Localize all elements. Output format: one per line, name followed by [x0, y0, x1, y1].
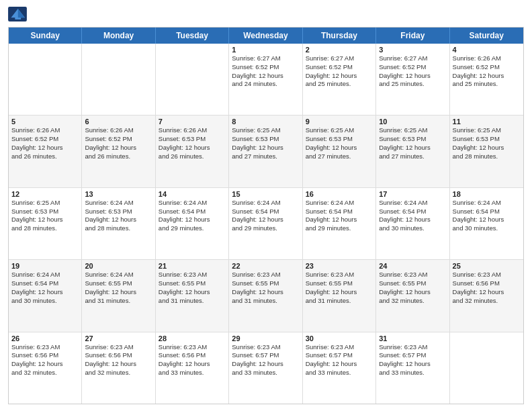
cell-date-number: 16 — [306, 190, 373, 198]
cell-date-number: 23 — [306, 262, 373, 270]
day-header-friday: Friday — [376, 28, 449, 44]
calendar-cell-9: 9Sunrise: 6:25 AM Sunset: 6:53 PM Daylig… — [303, 116, 376, 187]
cell-date-number: 11 — [453, 118, 521, 126]
cell-info: Sunrise: 6:26 AM Sunset: 6:52 PM Dayligh… — [85, 126, 152, 161]
calendar-cell-13: 13Sunrise: 6:24 AM Sunset: 6:53 PM Dayli… — [82, 188, 155, 259]
calendar-cell-8: 8Sunrise: 6:25 AM Sunset: 6:53 PM Daylig… — [229, 116, 302, 187]
cell-info: Sunrise: 6:24 AM Sunset: 6:53 PM Dayligh… — [85, 199, 152, 233]
cell-info: Sunrise: 6:24 AM Sunset: 6:54 PM Dayligh… — [11, 271, 79, 305]
calendar-cell-5: 5Sunrise: 6:26 AM Sunset: 6:52 PM Daylig… — [9, 116, 82, 187]
calendar-cell-19: 19Sunrise: 6:24 AM Sunset: 6:54 PM Dayli… — [9, 260, 82, 331]
cell-info: Sunrise: 6:23 AM Sunset: 6:56 PM Dayligh… — [453, 271, 521, 305]
cell-info: Sunrise: 6:23 AM Sunset: 6:57 PM Dayligh… — [379, 343, 446, 377]
cell-info: Sunrise: 6:23 AM Sunset: 6:56 PM Dayligh… — [11, 343, 79, 377]
cell-info: Sunrise: 6:26 AM Sunset: 6:53 PM Dayligh… — [159, 126, 226, 161]
calendar-cell-4: 4Sunrise: 6:26 AM Sunset: 6:52 PM Daylig… — [450, 44, 523, 115]
cell-info: Sunrise: 6:23 AM Sunset: 6:56 PM Dayligh… — [159, 343, 226, 377]
logo-icon — [8, 7, 27, 21]
day-header-thursday: Thursday — [303, 28, 376, 44]
cell-date-number: 19 — [11, 262, 79, 270]
calendar-header: SundayMondayTuesdayWednesdayThursdayFrid… — [9, 28, 523, 44]
calendar-cell-30: 30Sunrise: 6:23 AM Sunset: 6:57 PM Dayli… — [303, 332, 376, 404]
cell-info: Sunrise: 6:27 AM Sunset: 6:52 PM Dayligh… — [232, 54, 299, 89]
cell-date-number: 21 — [159, 262, 226, 270]
calendar-cell-18: 18Sunrise: 6:24 AM Sunset: 6:54 PM Dayli… — [450, 188, 523, 259]
cell-date-number: 31 — [379, 334, 446, 342]
cell-info: Sunrise: 6:23 AM Sunset: 6:55 PM Dayligh… — [306, 271, 373, 305]
calendar-cell-27: 27Sunrise: 6:23 AM Sunset: 6:56 PM Dayli… — [82, 332, 155, 404]
calendar-row: 12Sunrise: 6:25 AM Sunset: 6:53 PM Dayli… — [9, 187, 523, 259]
cell-date-number: 22 — [232, 262, 299, 270]
calendar-cell-26: 26Sunrise: 6:23 AM Sunset: 6:56 PM Dayli… — [9, 332, 82, 404]
cell-date-number: 30 — [306, 334, 373, 342]
cell-date-number: 1 — [232, 46, 299, 54]
cell-info: Sunrise: 6:23 AM Sunset: 6:55 PM Dayligh… — [232, 271, 299, 305]
cell-info: Sunrise: 6:23 AM Sunset: 6:57 PM Dayligh… — [306, 343, 373, 377]
cell-info: Sunrise: 6:23 AM Sunset: 6:55 PM Dayligh… — [159, 271, 226, 305]
cell-info: Sunrise: 6:24 AM Sunset: 6:55 PM Dayligh… — [85, 271, 152, 305]
cell-date-number: 14 — [159, 190, 226, 198]
calendar-cell-15: 15Sunrise: 6:24 AM Sunset: 6:54 PM Dayli… — [229, 188, 302, 259]
day-header-monday: Monday — [82, 28, 155, 44]
day-header-wednesday: Wednesday — [229, 28, 302, 44]
cell-info: Sunrise: 6:24 AM Sunset: 6:54 PM Dayligh… — [232, 199, 299, 233]
calendar-cell-3: 3Sunrise: 6:27 AM Sunset: 6:52 PM Daylig… — [376, 44, 449, 115]
calendar-cell-28: 28Sunrise: 6:23 AM Sunset: 6:56 PM Dayli… — [156, 332, 229, 404]
cell-info: Sunrise: 6:26 AM Sunset: 6:52 PM Dayligh… — [11, 126, 79, 161]
calendar-cell-11: 11Sunrise: 6:25 AM Sunset: 6:53 PM Dayli… — [450, 116, 523, 187]
cell-date-number: 15 — [232, 190, 299, 198]
calendar-cell-23: 23Sunrise: 6:23 AM Sunset: 6:55 PM Dayli… — [303, 260, 376, 331]
cell-info: Sunrise: 6:23 AM Sunset: 6:57 PM Dayligh… — [232, 343, 299, 377]
cell-date-number: 29 — [232, 334, 299, 342]
cell-date-number: 18 — [453, 190, 521, 198]
cell-info: Sunrise: 6:25 AM Sunset: 6:53 PM Dayligh… — [453, 126, 521, 161]
cell-date-number: 13 — [85, 190, 152, 198]
calendar: SundayMondayTuesdayWednesdayThursdayFrid… — [8, 27, 524, 404]
cell-info: Sunrise: 6:24 AM Sunset: 6:54 PM Dayligh… — [306, 199, 373, 233]
calendar-cell-1: 1Sunrise: 6:27 AM Sunset: 6:52 PM Daylig… — [229, 44, 302, 115]
cell-date-number: 4 — [453, 46, 521, 54]
calendar-cell-empty — [82, 44, 155, 115]
cell-info: Sunrise: 6:24 AM Sunset: 6:54 PM Dayligh… — [379, 199, 446, 233]
calendar-cell-21: 21Sunrise: 6:23 AM Sunset: 6:55 PM Dayli… — [156, 260, 229, 331]
calendar-cell-14: 14Sunrise: 6:24 AM Sunset: 6:54 PM Dayli… — [156, 188, 229, 259]
day-header-tuesday: Tuesday — [156, 28, 229, 44]
cell-info: Sunrise: 6:25 AM Sunset: 6:53 PM Dayligh… — [306, 126, 373, 161]
calendar-cell-17: 17Sunrise: 6:24 AM Sunset: 6:54 PM Dayli… — [376, 188, 449, 259]
cell-info: Sunrise: 6:24 AM Sunset: 6:54 PM Dayligh… — [453, 199, 521, 233]
cell-date-number: 3 — [379, 46, 446, 54]
calendar-row: 5Sunrise: 6:26 AM Sunset: 6:52 PM Daylig… — [9, 115, 523, 187]
calendar-row: 1Sunrise: 6:27 AM Sunset: 6:52 PM Daylig… — [9, 44, 523, 115]
calendar-row: 19Sunrise: 6:24 AM Sunset: 6:54 PM Dayli… — [9, 259, 523, 331]
cell-date-number: 25 — [453, 262, 521, 270]
calendar-cell-empty — [450, 332, 523, 404]
cell-date-number: 17 — [379, 190, 446, 198]
calendar-cell-31: 31Sunrise: 6:23 AM Sunset: 6:57 PM Dayli… — [376, 332, 449, 404]
cell-info: Sunrise: 6:23 AM Sunset: 6:56 PM Dayligh… — [85, 343, 152, 377]
cell-date-number: 8 — [232, 118, 299, 126]
cell-info: Sunrise: 6:25 AM Sunset: 6:53 PM Dayligh… — [232, 126, 299, 161]
cell-date-number: 24 — [379, 262, 446, 270]
logo — [8, 7, 28, 21]
calendar-cell-16: 16Sunrise: 6:24 AM Sunset: 6:54 PM Dayli… — [303, 188, 376, 259]
cell-date-number: 27 — [85, 334, 152, 342]
calendar-cell-24: 24Sunrise: 6:23 AM Sunset: 6:55 PM Dayli… — [376, 260, 449, 331]
cell-info: Sunrise: 6:27 AM Sunset: 6:52 PM Dayligh… — [379, 54, 446, 89]
cell-info: Sunrise: 6:23 AM Sunset: 6:55 PM Dayligh… — [379, 271, 446, 305]
calendar-row: 26Sunrise: 6:23 AM Sunset: 6:56 PM Dayli… — [9, 332, 523, 404]
cell-info: Sunrise: 6:25 AM Sunset: 6:53 PM Dayligh… — [11, 199, 79, 233]
calendar-cell-29: 29Sunrise: 6:23 AM Sunset: 6:57 PM Dayli… — [229, 332, 302, 404]
cell-date-number: 26 — [11, 334, 79, 342]
calendar-cell-10: 10Sunrise: 6:25 AM Sunset: 6:53 PM Dayli… — [376, 116, 449, 187]
calendar-cell-6: 6Sunrise: 6:26 AM Sunset: 6:52 PM Daylig… — [82, 116, 155, 187]
page-header — [8, 7, 524, 21]
cell-date-number: 12 — [11, 190, 79, 198]
cell-date-number: 5 — [11, 118, 79, 126]
calendar-cell-25: 25Sunrise: 6:23 AM Sunset: 6:56 PM Dayli… — [450, 260, 523, 331]
cell-info: Sunrise: 6:26 AM Sunset: 6:52 PM Dayligh… — [453, 54, 521, 89]
cell-info: Sunrise: 6:27 AM Sunset: 6:52 PM Dayligh… — [306, 54, 373, 89]
calendar-cell-empty — [156, 44, 229, 115]
cell-date-number: 28 — [159, 334, 226, 342]
cell-date-number: 10 — [379, 118, 446, 126]
calendar-cell-7: 7Sunrise: 6:26 AM Sunset: 6:53 PM Daylig… — [156, 116, 229, 187]
